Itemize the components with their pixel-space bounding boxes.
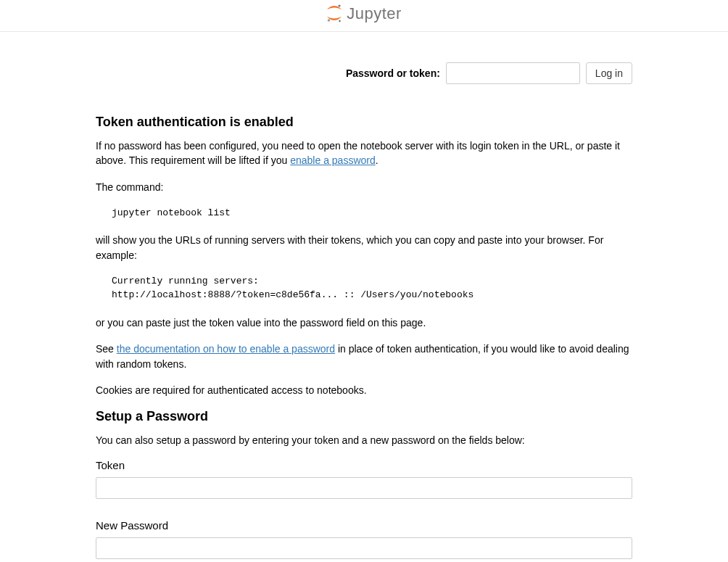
cookies-paragraph: Cookies are required for authenticated a… — [96, 383, 632, 397]
svg-point-0 — [339, 4, 341, 7]
token-label: Token — [96, 459, 632, 471]
example-code: Currently running servers: http://localh… — [112, 274, 632, 302]
page-header: Jupyter — [0, 0, 728, 32]
new-password-input[interactable] — [96, 537, 632, 559]
svg-point-2 — [339, 20, 340, 22]
password-input[interactable] — [446, 62, 580, 84]
token-auth-heading: Token authentication is enabled — [96, 115, 632, 130]
command-intro: The command: — [96, 180, 632, 194]
svg-point-1 — [328, 19, 331, 22]
token-input[interactable] — [96, 477, 632, 499]
see-text-pre: See — [96, 343, 117, 355]
password-label: Password or token: — [346, 67, 440, 79]
docs-link[interactable]: the documentation on how to enable a pas… — [117, 343, 335, 355]
setup-password-heading: Setup a Password — [96, 409, 632, 424]
new-password-label: New Password — [96, 519, 632, 532]
setup-desc-paragraph: You can also setup a password by enterin… — [96, 433, 632, 447]
login-button[interactable]: Log in — [586, 62, 632, 84]
enable-password-link[interactable]: enable a password — [290, 154, 376, 166]
jupyter-icon — [326, 4, 342, 23]
login-row: Password or token: Log in — [96, 32, 632, 104]
url-example-paragraph: will show you the URLs of running server… — [96, 233, 632, 263]
command-code: jupyter notebook list — [112, 206, 632, 220]
no-password-text-post: . — [376, 154, 379, 166]
docs-paragraph: See the documentation on how to enable a… — [96, 342, 632, 371]
brand-text: Jupyter — [347, 4, 402, 23]
paste-token-paragraph: or you can paste just the token value in… — [96, 315, 632, 330]
no-password-paragraph: If no password has been configured, you … — [96, 139, 632, 168]
main-container: Password or token: Log in Token authenti… — [85, 32, 643, 562]
jupyter-logo: Jupyter — [326, 4, 402, 23]
